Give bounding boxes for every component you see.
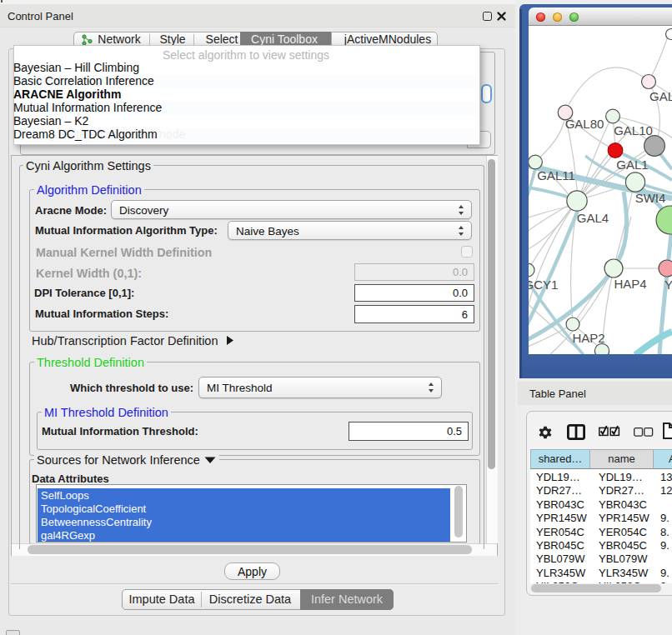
svg-text:GAL1: GAL1 bbox=[616, 158, 648, 172]
svg-text:GAL80: GAL80 bbox=[565, 117, 604, 131]
svg-text:GCY1: GCY1 bbox=[529, 278, 558, 292]
svg-text:HAP2: HAP2 bbox=[572, 331, 604, 345]
svg-text:YM: YM bbox=[664, 278, 672, 292]
svg-text:HAP4: HAP4 bbox=[614, 277, 646, 291]
svg-text:GAL11: GAL11 bbox=[537, 168, 575, 182]
svg-text:SWI4: SWI4 bbox=[635, 191, 666, 205]
svg-text:GAL4: GAL4 bbox=[577, 211, 609, 225]
svg-text:GAL7: GAL7 bbox=[649, 89, 672, 103]
svg-text:GAL10: GAL10 bbox=[614, 123, 653, 138]
